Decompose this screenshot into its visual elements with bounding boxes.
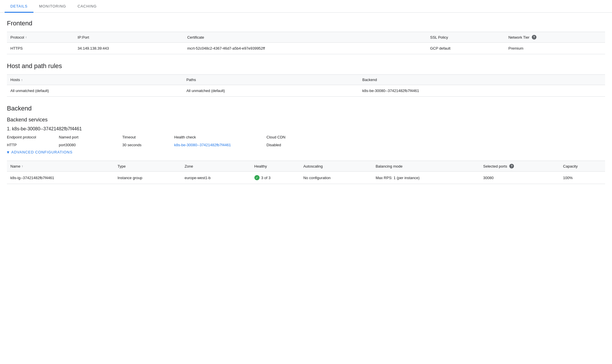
backend-title: Backend [7, 105, 605, 112]
frontend-section: Frontend Protocol ↑ IP:Port Certificate … [7, 20, 605, 54]
col-paths: Paths [183, 75, 359, 85]
frontend-ip-port: 34.149.138.39:443 [74, 43, 184, 54]
frontend-row: HTTPS 34.149.138.39:443 mcrt-52c048c2-43… [7, 43, 605, 54]
backend-field-values: HTTP port30080 30 seconds k8s-be-30080--… [7, 143, 605, 147]
healthy-value: 3 of 3 [261, 176, 271, 180]
instance-autoscaling: No configuration [300, 172, 372, 184]
col-hosts: Hosts ↑ [7, 75, 183, 85]
label-health-check: Health check [174, 135, 266, 140]
value-cloud-cdn: Disabled [266, 143, 324, 147]
health-check-link[interactable]: k8s-be-30080--37421482fb7f4461 [174, 143, 231, 147]
instance-zone: europe-west1-b [181, 172, 251, 184]
col-backend: Backend [359, 75, 605, 85]
value-timeout: 30 seconds [122, 143, 174, 147]
advanced-config-label: ADVANCED CONFIGURATIONS [11, 150, 73, 154]
col-capacity: Capacity [560, 161, 605, 172]
host-path-table: Hosts ↑ Paths Backend All unmatched (def… [7, 74, 605, 97]
frontend-ssl-policy: GCP default [427, 43, 505, 54]
tab-caching[interactable]: CACHING [72, 0, 102, 13]
frontend-col-protocol: Protocol ↑ [7, 32, 74, 43]
backend-service-name: 1. k8s-be-30080--37421482fb7f4461 [7, 126, 605, 132]
value-endpoint-protocol: HTTP [7, 143, 59, 147]
instance-type: Instance group [114, 172, 181, 184]
chevron-down-icon: ▾ [7, 149, 10, 155]
frontend-col-ssl: SSL Policy [427, 32, 505, 43]
row-paths: All unmatched (default) [183, 85, 359, 97]
value-health-check: k8s-be-30080--37421482fb7f4461 [174, 143, 266, 147]
col-name: Name ↑ [7, 161, 114, 172]
label-endpoint-protocol: Endpoint protocol [7, 135, 59, 140]
host-path-row: All unmatched (default) All unmatched (d… [7, 85, 605, 97]
label-timeout: Timeout [122, 135, 174, 140]
selected-ports-help-icon[interactable]: ? [509, 164, 514, 168]
network-tier-help-icon[interactable]: ? [532, 35, 536, 40]
instance-healthy: ✓ 3 of 3 [251, 172, 300, 184]
col-selected-ports: Selected ports ? [480, 161, 560, 172]
tab-monitoring[interactable]: MONITORING [33, 0, 72, 13]
col-healthy: Healthy [251, 161, 300, 172]
instance-selected-ports: 30080 [480, 172, 560, 184]
backend-services-title: Backend services [7, 117, 605, 123]
instance-name: k8s-ig--37421482fb7f4461 [7, 172, 114, 184]
frontend-protocol: HTTPS [7, 43, 74, 54]
row-hosts: All unmatched (default) [7, 85, 183, 97]
instance-capacity: 100% [560, 172, 605, 184]
frontend-col-network-tier: Network Tier ? [505, 32, 605, 43]
label-cloud-cdn: Cloud CDN [266, 135, 324, 140]
col-balancing-mode: Balancing mode [372, 161, 480, 172]
host-path-title: Host and path rules [7, 62, 605, 70]
protocol-sort-icon[interactable]: ↑ [25, 35, 27, 39]
host-path-section: Host and path rules Hosts ↑ Paths Backen… [7, 62, 605, 97]
instance-balancing-mode: Max RPS: 1 (per instance) [372, 172, 480, 184]
tab-bar: DETAILS MONITORING CACHING [0, 0, 612, 13]
check-icon: ✓ [254, 175, 260, 180]
advanced-config-toggle[interactable]: ▾ ADVANCED CONFIGURATIONS [7, 149, 605, 155]
frontend-table: Protocol ↑ IP:Port Certificate SSL Polic… [7, 32, 605, 54]
healthy-badge: ✓ 3 of 3 [254, 175, 271, 180]
name-sort-icon[interactable]: ↑ [22, 164, 23, 168]
frontend-col-ipport: IP:Port [74, 32, 184, 43]
hosts-sort-icon[interactable]: ↑ [21, 78, 23, 82]
instance-row: k8s-ig--37421482fb7f4461 Instance group … [7, 172, 605, 184]
col-autoscaling: Autoscaling [300, 161, 372, 172]
instances-table: Name ↑ Type Zone Healthy Autoscaling Bal… [7, 161, 605, 184]
frontend-title: Frontend [7, 20, 605, 27]
frontend-certificate: mcrt-52c048c2-4367-46d7-a5b4-e97e939952f… [184, 43, 427, 54]
row-backend: k8s-be-30080--37421482fb7f4461 [359, 85, 605, 97]
backend-field-labels: Endpoint protocol Named port Timeout Hea… [7, 135, 605, 140]
frontend-network-tier: Premium [505, 43, 605, 54]
col-type: Type [114, 161, 181, 172]
value-named-port: port30080 [59, 143, 122, 147]
frontend-col-certificate: Certificate [184, 32, 427, 43]
tab-details[interactable]: DETAILS [5, 0, 33, 13]
label-named-port: Named port [59, 135, 122, 140]
col-zone: Zone [181, 161, 251, 172]
main-content: Frontend Protocol ↑ IP:Port Certificate … [0, 13, 612, 199]
backend-section: Backend Backend services 1. k8s-be-30080… [7, 105, 605, 184]
